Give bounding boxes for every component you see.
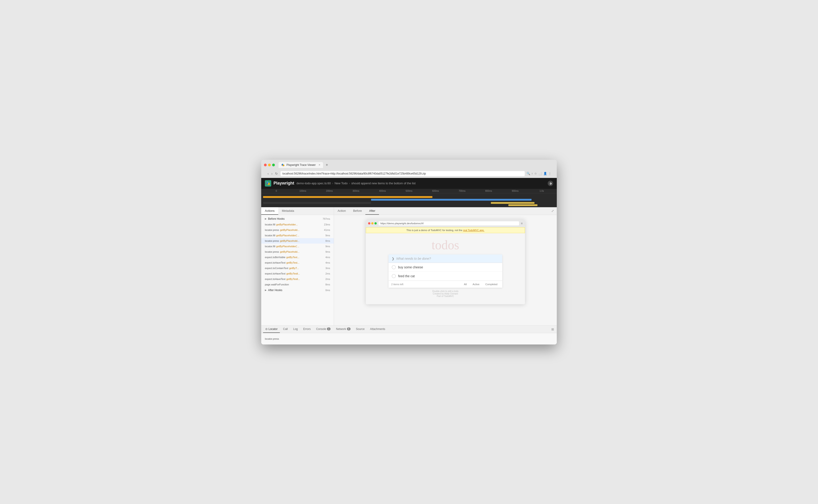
- tab-after[interactable]: After: [365, 207, 379, 215]
- mini-minimize: [371, 222, 373, 225]
- share-button[interactable]: ↑: [532, 172, 533, 175]
- bottom-tab-source-label: Source: [356, 327, 365, 331]
- action-time-6: 9ms: [325, 250, 330, 253]
- filter-active-button[interactable]: Active: [471, 282, 482, 286]
- mini-browser: https://demo.playwright.dev/todomvc/#/ ≡…: [366, 220, 525, 304]
- action-locator-4: getByPlacehold...: [280, 240, 299, 242]
- tab-label: Playwright Trace Viewer: [286, 163, 316, 167]
- footer-line1: Double-click to edit a todo: [432, 290, 458, 292]
- chevron-after-icon: ▶: [265, 289, 267, 291]
- action-locator-1: getByPlaceholder...: [276, 223, 298, 226]
- close-button[interactable]: [264, 164, 267, 166]
- maximize-button[interactable]: [272, 164, 275, 166]
- action-locator-11: getByTestl...: [286, 278, 300, 280]
- action-method-3: locator.fill: [265, 234, 275, 237]
- theme-toggle-button[interactable]: ◑: [548, 181, 553, 186]
- zoom-button[interactable]: 🔍: [527, 172, 530, 175]
- action-time-4: 8ms: [325, 240, 330, 242]
- right-panel: Action Before After ⤢: [334, 207, 557, 325]
- action-time-9: 3ms: [325, 267, 330, 269]
- bookmark-button[interactable]: ☆: [534, 172, 537, 175]
- bottom-tab-errors-label: Errors: [303, 327, 311, 331]
- action-locator-10: getByTestl...: [286, 272, 300, 275]
- action-item-5[interactable]: locator.fill getByPlaceholder('... 9ms: [261, 244, 334, 249]
- action-time-8: 4ms: [325, 261, 330, 264]
- action-item-2[interactable]: locator.press getByPlacehold... 41ms: [261, 227, 334, 233]
- bottom-tab-call-label: Call: [283, 327, 288, 331]
- bottom-tab-errors[interactable]: Errors: [301, 326, 313, 333]
- actions-list: ▶ Before Hooks 797ms locator.fill getByP…: [261, 215, 334, 325]
- tab-metadata[interactable]: Metadata: [278, 207, 298, 215]
- action-item-10[interactable]: expect.toHaveText getByTestl... 2ms: [261, 271, 334, 276]
- action-method-5: locator.fill: [265, 245, 275, 248]
- action-method-4: locator.press: [265, 240, 279, 242]
- panel-tabs: Actions Metadata: [261, 207, 334, 215]
- action-time-12: 8ms: [325, 283, 330, 286]
- action-locator-3: getByPlaceholder('...: [276, 234, 299, 237]
- menu-button[interactable]: ⋮: [548, 172, 551, 175]
- bottom-tab-locator[interactable]: ⊙ Locator: [263, 326, 280, 333]
- bottom-tab-console[interactable]: Console 1: [314, 326, 333, 333]
- action-time-7: 4ms: [325, 256, 330, 259]
- refresh-button[interactable]: ↻: [274, 171, 279, 176]
- timeline-bar-gray2: [336, 202, 371, 204]
- back-button[interactable]: ‹: [267, 171, 270, 176]
- tab-favicon: 🎭: [281, 163, 285, 167]
- action-item-6[interactable]: locator.press getByPlacehold... 9ms: [261, 249, 334, 254]
- forward-button[interactable]: ›: [270, 171, 273, 176]
- action-group-before-hooks[interactable]: ▶ Before Hooks 797ms: [261, 216, 334, 222]
- tab-actions[interactable]: Actions: [261, 207, 278, 215]
- todo-app-body: todos ❯ What needs to be done? buy some …: [366, 233, 525, 304]
- profile-button[interactable]: 👤: [543, 172, 547, 175]
- timeline-track[interactable]: [261, 193, 557, 207]
- tab-before[interactable]: Before: [349, 207, 365, 215]
- action-locator-8: getByTest...: [286, 261, 299, 264]
- new-tab-button[interactable]: +: [326, 163, 328, 167]
- bottom-tab-source[interactable]: Source: [354, 326, 367, 333]
- action-item-3[interactable]: locator.fill getByPlaceholder('... 9ms: [261, 233, 334, 238]
- tab-close-button[interactable]: ✕: [318, 164, 320, 166]
- expand-icon[interactable]: ⤢: [551, 209, 557, 213]
- action-item-1[interactable]: locator.fill getByPlaceholder... 23ms: [261, 222, 334, 227]
- breadcrumb-sep2: ›: [349, 182, 350, 185]
- action-item-12[interactable]: page.waitForFunction 8ms: [261, 282, 334, 287]
- minimize-button[interactable]: [268, 164, 271, 166]
- browser-tab[interactable]: 🎭 Playwright Trace Viewer ✕: [278, 162, 323, 168]
- action-locator-5: getByPlaceholder('...: [276, 245, 299, 248]
- extensions-button[interactable]: ⬜: [538, 172, 542, 175]
- bottom-tab-network-label: Network: [336, 327, 346, 331]
- bottom-panel: ⊙ Locator Call Log Errors Console 1 Netw: [261, 325, 557, 344]
- breadcrumb-file: demo-todo-app.spec.ts:60: [296, 182, 331, 185]
- action-item-4[interactable]: locator.press getByPlacehold... 8ms: [261, 238, 334, 244]
- traffic-lights: [264, 164, 275, 166]
- split-panel-button[interactable]: ⊞: [551, 327, 555, 332]
- tab-action[interactable]: Action: [334, 207, 349, 215]
- action-item-9[interactable]: expect.toContainText getByT... 3ms: [261, 265, 334, 271]
- playwright-logo: 🎭: [265, 180, 271, 187]
- address-input[interactable]: [280, 171, 525, 176]
- todo-checkbox-1: [392, 265, 396, 269]
- bottom-log-item: locator.press: [265, 337, 279, 340]
- action-method-1: locator.fill: [265, 223, 275, 226]
- timeline-bar-yellow2: [508, 204, 538, 206]
- bottom-tab-network[interactable]: Network 6: [334, 326, 353, 333]
- action-group-after-hooks[interactable]: ▶ After Hooks 0ms: [261, 287, 334, 293]
- view-tabs: Action Before After ⤢: [334, 207, 557, 215]
- action-time-5: 9ms: [325, 245, 330, 248]
- bottom-tab-attachments[interactable]: Attachments: [368, 326, 387, 333]
- action-item-8[interactable]: expect.toHaveText getByTest... 4ms: [261, 260, 334, 265]
- todo-item-1: buy some cheese: [388, 263, 502, 272]
- action-item-11[interactable]: expect.toHaveText getByTestl... 2ms: [261, 276, 334, 282]
- filter-completed-button[interactable]: Completed: [483, 282, 500, 286]
- notice-text: This is just a demo of TodoMVC for testi…: [406, 229, 462, 232]
- bottom-tab-call[interactable]: Call: [281, 326, 290, 333]
- action-item-7[interactable]: expect.toBeVisible getByText... 4ms: [261, 254, 334, 260]
- timeline[interactable]: 0 100ms 200ms 300ms 400ms 500ms 600ms 70…: [261, 189, 557, 207]
- bottom-tab-log-label: Log: [293, 327, 298, 331]
- todo-input-area: ❯ What needs to be done? buy some cheese: [388, 254, 502, 288]
- timeline-bar-orange: [263, 196, 433, 198]
- notice-link[interactable]: real TodoMVC app.: [463, 229, 485, 232]
- filter-all-button[interactable]: All: [462, 282, 469, 286]
- todo-app-notice: This is just a demo of TodoMVC for testi…: [366, 227, 525, 233]
- bottom-tab-log[interactable]: Log: [291, 326, 300, 333]
